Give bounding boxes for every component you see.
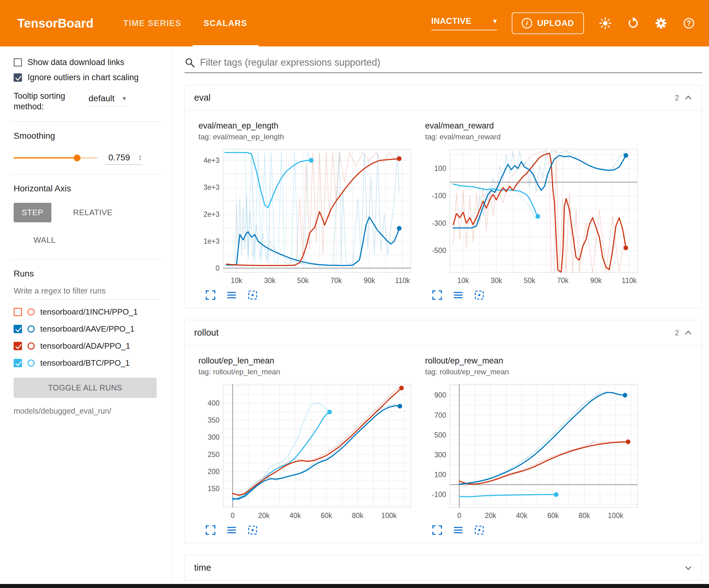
axis-wall-button[interactable]: WALL [25,230,64,250]
runs-heading: Runs [14,269,159,279]
fit-to-data-icon[interactable] [247,525,258,535]
divider [10,121,163,122]
chart-title: eval/mean_reward [425,121,642,131]
slider-thumb[interactable] [74,154,80,161]
tab-scalars[interactable]: SCALARS [192,0,259,47]
svg-text:80k: 80k [579,512,590,519]
search-icon [185,57,195,68]
svg-text:0: 0 [457,512,461,519]
expand-chart-icon[interactable] [432,290,442,300]
chart-card-rollout-ep-rew-mean: rollout/ep_rew_mean tag: rollout/ep_rew_… [425,356,642,535]
runs-list-icon[interactable] [453,525,464,535]
svg-text:0: 0 [231,512,235,519]
run-checkbox-icon[interactable] [14,308,22,316]
svg-text:300: 300 [435,451,446,459]
chart-title: rollout/ep_rew_mean [425,356,642,366]
run-color-circle-icon [28,308,35,315]
filter-tags-input[interactable] [200,57,702,68]
section-time-header[interactable]: time [185,555,702,580]
svg-text:2e+3: 2e+3 [203,210,219,218]
runs-list-icon[interactable] [226,290,237,300]
run-row-ada[interactable]: tensorboard/ADA/PPO_1 [14,341,159,351]
refresh-icon[interactable] [627,17,640,30]
expand-chart-icon[interactable] [432,525,442,535]
line-chart-eval-mean-reward[interactable]: 10k30k50k70k90k110k100-100-300-500 [425,145,642,287]
svg-text:-100: -100 [432,191,446,200]
smoothing-value-input[interactable]: 0.759 ▴▾ [105,151,142,165]
help-icon[interactable]: ? [682,17,695,30]
axis-step-button[interactable]: STEP [14,203,51,222]
chevron-down-icon[interactable] [684,564,692,572]
smoothing-slider[interactable] [14,153,97,162]
line-chart-rollout-ep-rew-mean[interactable]: 020k40k60k80k100k900700500300100-100 [425,380,642,522]
section-title: rollout [194,328,218,338]
svg-text:110k: 110k [622,277,637,285]
axis-relative-button[interactable]: RELATIVE [65,203,121,222]
svg-text:400: 400 [208,399,219,407]
horizontal-axis-heading: Horizontal Axis [14,184,159,194]
number-spinner-icon[interactable]: ▴▾ [139,154,141,161]
bottom-edge-bar [0,584,709,588]
settings-gear-icon[interactable] [655,17,667,30]
expand-chart-icon[interactable] [205,525,216,535]
runs-list-icon[interactable] [226,525,237,535]
run-row-1inch[interactable]: tensorboard/1INCH/PPO_1 [14,307,159,317]
svg-text:350: 350 [208,416,219,424]
svg-text:-500: -500 [432,247,446,255]
divider [10,259,163,259]
svg-text:100k: 100k [381,512,397,519]
svg-text:-300: -300 [432,219,446,227]
svg-text:80k: 80k [352,512,364,519]
svg-text:60k: 60k [547,512,559,519]
tab-time-series[interactable]: TIME SERIES [112,0,192,47]
checkbox-icon[interactable] [14,73,22,82]
chevron-up-icon[interactable] [684,94,692,102]
run-color-circle-icon [28,326,35,333]
fit-to-data-icon[interactable] [247,290,258,300]
runs-filter-input[interactable] [14,282,159,300]
svg-text:700: 700 [435,411,446,419]
toggle-all-runs-button[interactable]: TOGGLE ALL RUNS [14,378,157,398]
show-download-links-checkbox-row[interactable]: Show data download links [14,58,159,67]
svg-text:250: 250 [208,451,219,459]
run-row-aave[interactable]: tensorboard/AAVE/PPO_1 [14,324,159,334]
section-eval: eval 2 eval/mean_ep_length tag: eval/mea… [185,85,702,308]
chart-card-eval-mean-ep-length: eval/mean_ep_length tag: eval/mean_ep_le… [199,121,415,300]
section-count: 2 [675,94,679,102]
run-row-btc[interactable]: tensorboard/BTC/PPO_1 [14,358,159,368]
svg-text:70k: 70k [557,277,569,285]
filter-tags-row [185,57,702,73]
fit-to-data-icon[interactable] [474,525,484,535]
ignore-outliers-checkbox-row[interactable]: Ignore outliers in chart scaling [14,73,159,82]
line-chart-eval-mean-ep-length[interactable]: 10k30k50k70k90k110k01e+32e+33e+34e+3 [199,145,415,287]
slider-fill [14,157,77,158]
run-checkbox-icon[interactable] [14,342,22,350]
chevron-up-icon[interactable] [684,329,692,337]
runs-list-icon[interactable] [453,290,464,300]
run-checkbox-icon[interactable] [14,359,22,367]
tooltip-sorting-dropdown[interactable]: default ▾ [88,94,126,106]
svg-text:100k: 100k [608,512,623,519]
status-dropdown[interactable]: INACTIVE ▾ [431,17,497,30]
divider [10,174,163,174]
checkbox-icon[interactable] [14,58,22,67]
upload-button[interactable]: i UPLOAD [512,12,584,34]
svg-text:100: 100 [435,164,446,173]
line-chart-rollout-ep-len-mean[interactable]: 020k40k60k80k100k150200250300350400 [199,380,415,522]
section-rollout-header[interactable]: rollout 2 [185,320,702,345]
svg-text:90k: 90k [590,277,602,285]
section-eval-header[interactable]: eval 2 [185,85,702,110]
run-checkbox-icon[interactable] [14,325,22,333]
svg-text:0: 0 [215,264,219,272]
svg-text:110k: 110k [395,277,410,285]
chevron-down-icon: ▾ [493,17,497,25]
fit-to-data-icon[interactable] [474,290,484,300]
brightness-icon[interactable] [599,17,612,30]
expand-chart-icon[interactable] [205,290,216,300]
svg-text:150: 150 [208,485,219,493]
run-label: tensorboard/1INCH/PPO_1 [40,307,138,317]
chart-tag: tag: rollout/ep_len_mean [199,367,415,376]
main-content: eval 2 eval/mean_ep_length tag: eval/mea… [172,47,709,588]
svg-text:70k: 70k [330,277,342,285]
run-color-circle-icon [28,359,35,366]
